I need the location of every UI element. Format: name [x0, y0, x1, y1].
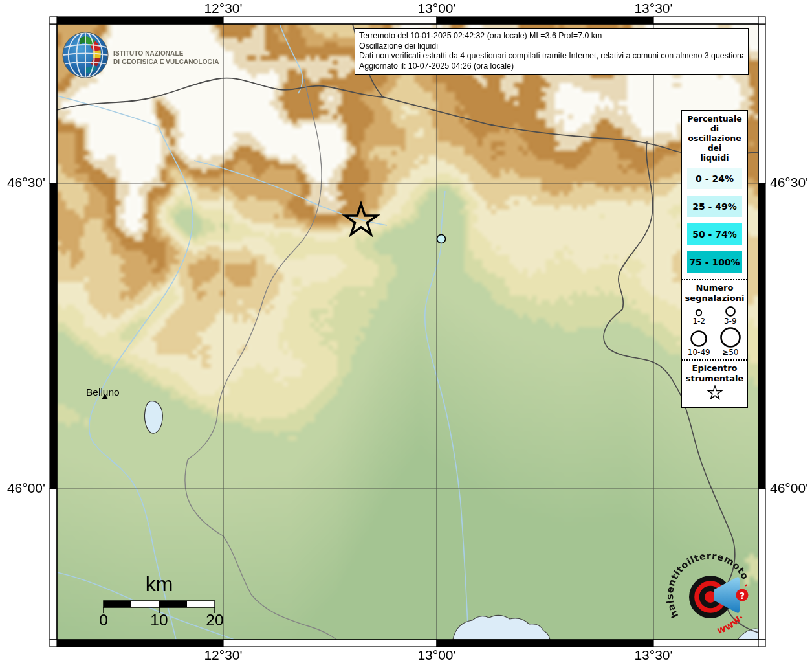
lat-label-right-2: 46°00' — [770, 480, 808, 496]
legend-swatch-0-24: 0 - 24% — [687, 168, 742, 189]
event-info-line-3: Dati non verificati estratti da 4 questi… — [359, 51, 744, 62]
scalebar-tick-10: 10 — [150, 611, 168, 629]
lon-label-top-1: 12°30' — [204, 1, 242, 16]
scalebar-unit-label: km — [104, 572, 215, 596]
legend-title-line: di — [682, 124, 747, 133]
legend-epicenter-title: Epicentro strumentale — [682, 361, 747, 384]
lon-label-bottom-3: 13°30' — [634, 647, 672, 663]
legend-title-line: Percentuale — [682, 114, 747, 124]
legend-reports-title: Numero segnalazioni — [682, 280, 747, 304]
lon-label-bottom-1: 12°30' — [204, 647, 242, 663]
lat-label-left-1: 46°30' — [0, 175, 45, 190]
report-size-icon-medium — [723, 305, 738, 317]
map-page: 12°30' 13°00' 13°30' 12°30' 13°00' 13°30… — [0, 0, 812, 663]
legend-swatch-75-100: 75 - 100% — [687, 251, 742, 273]
report-size-icon-large — [689, 328, 708, 348]
scalebar-tick-20: 20 — [206, 611, 223, 629]
event-info-line-2: Oscillazione dei liquidi — [359, 41, 744, 52]
legend-size-label: ≥50 — [722, 348, 738, 357]
legend-percent-swatches: 0 - 24% 25 - 49% 50 - 74% 75 - 100% — [682, 168, 747, 273]
lat-label-right-1: 46°30' — [770, 175, 808, 190]
legend-title: Percentuale di oscillazione dei liquidi — [682, 111, 747, 163]
event-info-box: Terremoto del 10-01-2025 02:42:32 (ora l… — [355, 28, 749, 75]
legend-size-10-49: 10-49 — [683, 326, 715, 357]
legend-panel: Percentuale di oscillazione dei liquidi … — [681, 110, 748, 408]
legend-epicenter-symbol — [682, 384, 747, 407]
scalebar-tick-0: 0 — [99, 611, 108, 629]
ingv-logo: ISTITUTO NAZIONALE DI GEOFISICA E VULCAN… — [61, 31, 236, 79]
legend-title-line: oscillazione — [682, 133, 747, 143]
legend-size-1-2: 1-2 — [683, 305, 715, 326]
legend-swatch-50-74: 50 - 74% — [687, 223, 742, 245]
logo-question-mark: ? — [740, 590, 745, 601]
city-label-belluno: Belluno — [86, 387, 120, 398]
legend-report-sizes: 1-2 3-9 10-49 ≥50 — [683, 305, 746, 357]
legend-title-line: dei — [682, 143, 747, 153]
ingv-globe-icon — [61, 31, 109, 79]
legend-size-label: 1-2 — [692, 317, 705, 326]
ingv-logo-line-1: ISTITUTO NAZIONALE — [113, 49, 219, 58]
lon-label-bottom-2: 13°00' — [417, 647, 455, 663]
legend-epicenter-title-line: Epicentro — [682, 363, 747, 374]
legend-reports-title-line: segnalazioni — [682, 293, 747, 304]
legend-size-3-9: 3-9 — [715, 305, 747, 326]
event-info-line-1: Terremoto del 10-01-2025 02:42:32 (ora l… — [359, 31, 744, 41]
legend-swatch-25-49: 25 - 49% — [687, 196, 742, 217]
report-size-icon-xlarge — [719, 326, 742, 348]
legend-size-50plus: ≥50 — [715, 326, 747, 357]
haisentitoilterremoto-logo: ? haisentitoilterremoto .it www. — [660, 544, 767, 647]
legend-title-line: liquidi — [682, 153, 747, 163]
event-info-line-4: Aggiornato il: 10-07-2025 04:26 (ora loc… — [359, 62, 744, 72]
terrain-relief-map — [57, 24, 758, 640]
lon-label-top-2: 13°00' — [417, 1, 455, 16]
legend-epicenter-title-line: strumentale — [682, 374, 747, 384]
ingv-logo-text: ISTITUTO NAZIONALE DI GEOFISICA E VULCAN… — [113, 49, 219, 67]
legend-size-label: 3-9 — [724, 317, 737, 326]
legend-size-label: 10-49 — [688, 348, 710, 357]
legend-reports-title-line: Numero — [682, 283, 747, 293]
lon-label-top-3: 13°30' — [634, 1, 672, 16]
ingv-logo-line-2: DI GEOFISICA E VULCANOLOGIA — [113, 58, 219, 67]
report-size-icon-small — [692, 308, 705, 317]
lat-label-left-2: 46°00' — [0, 480, 45, 496]
epicenter-star-icon — [707, 385, 723, 401]
